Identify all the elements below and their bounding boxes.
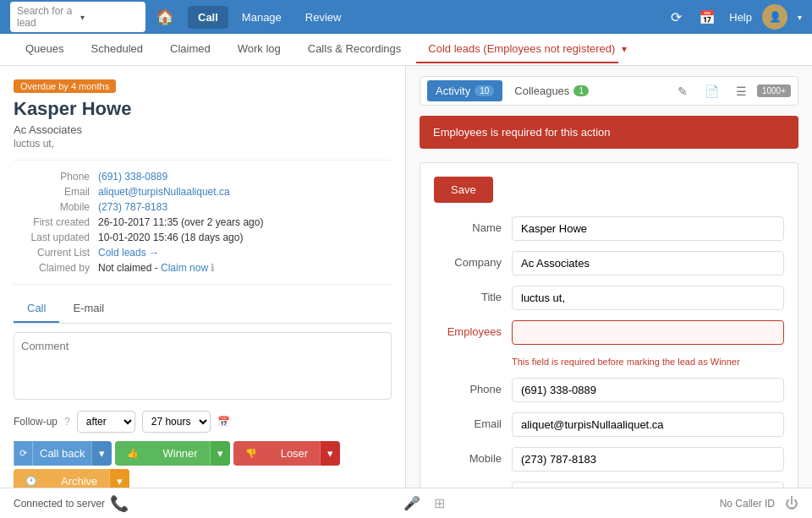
loser-btn-group: 👎 Loser ▾ [233, 441, 341, 466]
tab-bar: Call E-mail [14, 295, 392, 324]
tab-activity[interactable]: Activity 10 [427, 80, 502, 101]
winner-caret-button[interactable]: ▾ [210, 441, 230, 466]
bottom-bar: Connected to server 📞 🎤 ⊞ No Caller ID ⏻ [0, 488, 812, 518]
status-dot-icon: 📞 [110, 494, 129, 513]
notes-input[interactable] [512, 482, 784, 488]
nav-manage[interactable]: Manage [232, 6, 292, 29]
calendar-icon[interactable]: 📅 [695, 6, 719, 29]
form-mobile-input[interactable] [512, 447, 784, 472]
contact-name: Kasper Howe [14, 98, 392, 120]
form-email-input[interactable] [512, 412, 784, 437]
subnav-scheduled[interactable]: Scheduled [80, 35, 155, 63]
avatar-caret-icon: ▾ [798, 13, 802, 22]
loser-button[interactable]: Loser [269, 441, 321, 466]
search-bar[interactable]: Search for a lead ▾ [10, 2, 145, 32]
winner-button[interactable]: Winner [151, 441, 209, 466]
detail-mobile: Mobile (273) 787-8183 [14, 201, 392, 213]
form-row-company: Company [434, 251, 784, 275]
history-icon[interactable]: ⟳ [667, 6, 685, 29]
archive-caret-button[interactable]: ▾ [109, 469, 129, 488]
name-input[interactable] [512, 216, 784, 241]
claim-now-link[interactable]: Claim now [161, 262, 208, 274]
edit-icon[interactable]: ✎ [671, 81, 694, 101]
microphone-icon[interactable]: 🎤 [403, 495, 420, 511]
detail-first-created: First created 26-10-2017 11:35 (over 2 y… [14, 216, 392, 228]
contact-sub: luctus ut, [14, 138, 392, 150]
form-row-phone: Phone [434, 378, 784, 402]
form-row-name: Name [434, 216, 784, 241]
tab-colleagues[interactable]: Colleagues 1 [506, 80, 597, 101]
followup-after-select[interactable]: after before [77, 411, 135, 433]
last-updated-label: Last updated [14, 232, 90, 243]
help-link[interactable]: Help [729, 11, 752, 24]
phone-value: (691) 338-0889 [98, 171, 167, 183]
subnav-queues[interactable]: Queues [14, 35, 76, 63]
form-phone-label: Phone [434, 378, 502, 395]
loser-thumb-icon: 👎 [233, 441, 269, 466]
followup-label: Follow-up [14, 416, 58, 428]
save-button[interactable]: Save [434, 177, 493, 203]
winner-thumb-icon: 👍 [115, 441, 151, 466]
cold-leads-caret-icon: ▾ [622, 43, 627, 57]
followup-help-icon[interactable]: ? [64, 416, 70, 428]
subnav-calls-recordings[interactable]: Calls & Recordings [296, 35, 414, 63]
contact-details: Phone (691) 338-0889 Email aliquet@turpi… [14, 171, 392, 274]
company-input[interactable] [512, 251, 784, 275]
followup-hours-select[interactable]: 27 hours 24 hours 48 hours [142, 411, 211, 433]
form-mobile-label: Mobile [434, 447, 502, 465]
first-created-value: 26-10-2017 11:35 (over 2 years ago) [98, 216, 263, 228]
detail-phone: Phone (691) 338-0889 [14, 171, 392, 183]
detail-last-updated: Last updated 10-01-2020 15:46 (18 days a… [14, 232, 392, 243]
phone-label: Phone [14, 171, 90, 183]
power-icon[interactable]: ⏻ [785, 496, 798, 511]
archive-button[interactable]: Archive [49, 469, 109, 488]
current-list-label: Current List [14, 247, 90, 259]
calendar-picker-icon[interactable]: 📅 [217, 416, 230, 428]
mobile-value: (273) 787-8183 [98, 201, 167, 213]
tab-call[interactable]: Call [14, 295, 59, 323]
comment-input[interactable] [14, 332, 392, 400]
company-label: Company [434, 251, 502, 269]
home-icon[interactable]: 🏠 [152, 4, 178, 30]
first-created-label: First created [14, 216, 90, 228]
subnav-cold-leads-label: Cold leads (Employees not registered) [416, 35, 618, 63]
right-panel: Activity 10 Colleagues 1 ✎ 📄 ☰ 1000+ Emp… [406, 66, 812, 488]
loser-caret-button[interactable]: ▾ [320, 441, 340, 466]
main-content: Overdue by 4 months Kasper Howe Ac Assoc… [0, 66, 812, 488]
avatar[interactable]: 👤 [762, 4, 787, 30]
sub-navigation: Queues Scheduled Claimed Work log Calls … [0, 34, 812, 66]
followup-row: Follow-up ? after before 27 hours 24 hou… [14, 411, 392, 433]
mobile-link[interactable]: (273) 787-8183 [98, 201, 167, 213]
callback-btn-group: ⟳ Call back ▾ [14, 441, 112, 466]
form-row-employees: Employees This field is required before … [434, 320, 784, 368]
phone-link[interactable]: (691) 338-0889 [98, 171, 167, 183]
archive-btn-group: 🕐 Archive ▾ [14, 469, 129, 488]
callback-caret-button[interactable]: ▾ [91, 441, 112, 466]
subnav-claimed[interactable]: Claimed [158, 35, 222, 63]
employees-error-message: This field is required before marking th… [512, 357, 740, 367]
no-caller-label: No Caller ID [720, 498, 775, 510]
grid-icon[interactable]: ⊞ [434, 495, 445, 511]
subnav-cold-leads[interactable]: Cold leads (Employees not registered) ▾ [416, 35, 627, 63]
error-message: Employees is required for this action [433, 126, 611, 139]
form-row-notes: Notes [434, 482, 784, 488]
subnav-worklog[interactable]: Work log [226, 35, 293, 63]
email-label: Email [14, 186, 90, 198]
document-icon[interactable]: 📄 [698, 81, 726, 101]
list-icon[interactable]: ☰ [729, 81, 754, 101]
email-value: aliquet@turpisNullaaliquet.ca [98, 186, 230, 198]
tab-email[interactable]: E-mail [59, 295, 118, 323]
nav-review[interactable]: Review [295, 6, 352, 29]
connection-status: Connected to server 📞 [14, 494, 129, 513]
contact-company: Ac Associates [14, 123, 392, 136]
employees-input[interactable] [512, 320, 784, 345]
form-phone-input[interactable] [512, 378, 784, 402]
title-input[interactable] [512, 286, 784, 310]
divider-2 [14, 284, 392, 285]
nav-call[interactable]: Call [188, 6, 228, 29]
email-link[interactable]: aliquet@turpisNullaaliquet.ca [98, 186, 230, 198]
callback-icon: ⟳ [14, 441, 32, 466]
current-list-link[interactable]: Cold leads → [98, 247, 159, 259]
callback-button[interactable]: Call back [32, 441, 91, 466]
left-panel: Overdue by 4 months Kasper Howe Ac Assoc… [0, 66, 406, 488]
